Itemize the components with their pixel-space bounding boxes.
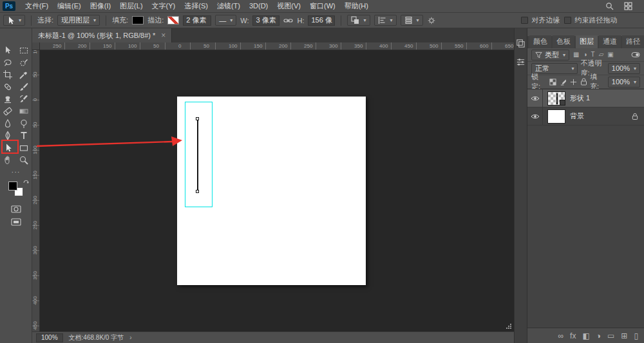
menu-item-7[interactable]: 3D(D) <box>245 0 272 12</box>
status-expander-icon[interactable]: › <box>129 334 131 341</box>
visibility-toggle[interactable] <box>527 107 543 125</box>
history-panel-icon[interactable] <box>516 39 526 48</box>
panel-tab-路径[interactable]: 路径 <box>622 35 644 48</box>
filter-pixel-layers-icon[interactable]: ▦ <box>573 51 579 58</box>
history-brush-tool[interactable] <box>16 93 32 105</box>
move-tool[interactable] <box>0 44 16 56</box>
menu-item-1[interactable]: 编辑(E) <box>53 0 86 12</box>
screen-mode-icon[interactable] <box>11 218 21 226</box>
menu-item-9[interactable]: 窗口(W) <box>305 0 340 12</box>
swap-colors-icon[interactable] <box>23 180 29 186</box>
link-dimensions-icon[interactable] <box>283 17 293 24</box>
rectangular-marquee-tool[interactable] <box>16 44 32 56</box>
eyedropper-tool[interactable] <box>16 68 32 80</box>
close-tab-icon[interactable]: × <box>161 32 166 39</box>
menu-item-8[interactable]: 视图(V) <box>272 0 305 12</box>
workspace-switcher-icon[interactable] <box>624 2 632 10</box>
stroke-color-swatch[interactable] <box>167 16 179 24</box>
zoom-level-field[interactable]: 100% <box>36 333 63 342</box>
menu-item-4[interactable]: 文字(Y) <box>147 0 180 12</box>
layer-thumbnail[interactable] <box>547 91 565 106</box>
filter-type-layers-icon[interactable]: T <box>591 51 595 58</box>
ruler-top[interactable]: 2502001501005005010015020025030035040045… <box>40 42 514 50</box>
lock-position-icon[interactable] <box>570 79 577 86</box>
layer-row-shape-1[interactable]: 形状 1 <box>527 89 644 107</box>
menu-item-2[interactable]: 图像(I) <box>86 0 115 12</box>
menu-item-10[interactable]: 帮助(H) <box>340 0 373 12</box>
resize-grip-icon[interactable] <box>506 323 512 329</box>
menu-item-6[interactable]: 滤镜(T) <box>213 0 245 12</box>
shape-width-field[interactable]: 3 像素 <box>252 15 279 26</box>
layer-name[interactable]: 背景 <box>570 111 584 121</box>
layer-group-icon[interactable]: ▭ <box>607 332 614 340</box>
path-alignment-dropdown[interactable] <box>374 15 397 26</box>
dodge-tool[interactable] <box>16 117 32 129</box>
path-arrangement-dropdown[interactable] <box>401 15 423 26</box>
filter-toggle-icon[interactable] <box>631 51 640 58</box>
layer-thumbnail[interactable] <box>547 109 565 124</box>
canvas-area[interactable]: 2502001501005005010015020025030035040045… <box>32 42 514 331</box>
filter-smart-objects-icon[interactable]: ▣ <box>607 51 613 58</box>
adjustment-layer-icon[interactable]: ◑ <box>596 332 601 340</box>
zoom-tool[interactable] <box>16 154 32 166</box>
hand-tool[interactable] <box>0 154 16 166</box>
search-icon[interactable] <box>605 2 614 10</box>
layer-name[interactable]: 形状 1 <box>570 93 590 103</box>
fill-color-swatch[interactable] <box>132 16 144 24</box>
ruler-origin[interactable] <box>32 42 40 50</box>
line-shape[interactable] <box>197 118 198 192</box>
menu-item-0[interactable]: 文件(F) <box>21 0 53 12</box>
quick-mask-icon[interactable] <box>11 205 21 213</box>
filter-adjustment-layers-icon[interactable]: ◑ <box>583 51 587 58</box>
panel-tab-图层[interactable]: 图层 <box>576 35 598 48</box>
panel-tab-颜色[interactable]: 颜色 <box>529 35 551 48</box>
menu-item-3[interactable]: 图层(L) <box>115 0 147 12</box>
gradient-tool[interactable] <box>16 105 32 117</box>
shape-settings-gear-icon[interactable] <box>427 16 436 25</box>
document-tab[interactable]: 未标题-1 @ 100% (形状 1, RGB/8#) * × <box>32 28 172 42</box>
eraser-tool[interactable] <box>0 105 16 117</box>
select-target-dropdown[interactable]: 现用图层 <box>57 15 100 26</box>
quick-selection-tool[interactable] <box>16 56 32 68</box>
constrain-path-checkbox[interactable] <box>564 17 571 24</box>
delete-layer-icon[interactable]: ▯ <box>634 332 638 340</box>
blur-tool[interactable] <box>0 117 16 129</box>
visibility-toggle[interactable] <box>527 89 543 107</box>
fill-opacity-dropdown[interactable]: 100% <box>608 77 640 88</box>
link-layers-icon[interactable]: ∞ <box>558 332 564 340</box>
tool-preset-dropdown[interactable] <box>3 15 25 26</box>
anchor-point-top[interactable] <box>196 117 199 120</box>
lock-image-pixels-icon[interactable] <box>560 79 567 86</box>
pen-tool[interactable] <box>0 129 16 142</box>
path-selection-tool[interactable] <box>0 142 16 154</box>
menu-item-5[interactable]: 选择(S) <box>180 0 213 12</box>
stroke-type-dropdown[interactable]: — <box>215 15 236 26</box>
lasso-tool[interactable] <box>0 56 16 68</box>
path-operations-dropdown[interactable] <box>347 15 370 26</box>
stroke-width-field[interactable]: 2 像素 <box>183 15 211 26</box>
lock-all-icon[interactable] <box>580 78 587 86</box>
layer-row-background[interactable]: 背景 <box>527 107 644 125</box>
shape-height-field[interactable]: 156 像 <box>308 15 335 26</box>
opacity-dropdown[interactable]: 100% <box>608 63 640 74</box>
brush-tool[interactable] <box>16 80 32 93</box>
align-edges-checkbox[interactable] <box>521 17 528 24</box>
background-lock-icon[interactable] <box>632 113 638 120</box>
anchor-point-bottom[interactable] <box>196 190 199 193</box>
lock-transparent-pixels-icon[interactable] <box>549 79 556 86</box>
edit-toolbar-icon[interactable]: ··· <box>12 167 21 176</box>
rectangle-shape-tool[interactable] <box>16 142 32 154</box>
spot-healing-brush-tool[interactable] <box>0 80 16 93</box>
crop-tool[interactable] <box>0 68 16 80</box>
layer-mask-icon[interactable]: ◧ <box>582 332 589 340</box>
panel-tab-通道[interactable]: 通道 <box>599 35 621 48</box>
panel-tab-色板[interactable]: 色板 <box>553 35 574 48</box>
ruler-left[interactable]: 10050050100150200250300350400450 <box>32 50 40 331</box>
document-canvas[interactable] <box>177 97 366 285</box>
type-tool[interactable] <box>16 129 32 142</box>
layer-filter-kind-dropdown[interactable]: 类型 <box>531 50 569 60</box>
new-layer-icon[interactable]: ⊞ <box>621 332 627 340</box>
filter-shape-layers-icon[interactable]: ▱ <box>599 51 604 58</box>
layer-style-icon[interactable]: fx <box>570 332 576 340</box>
clone-stamp-tool[interactable] <box>0 93 16 105</box>
